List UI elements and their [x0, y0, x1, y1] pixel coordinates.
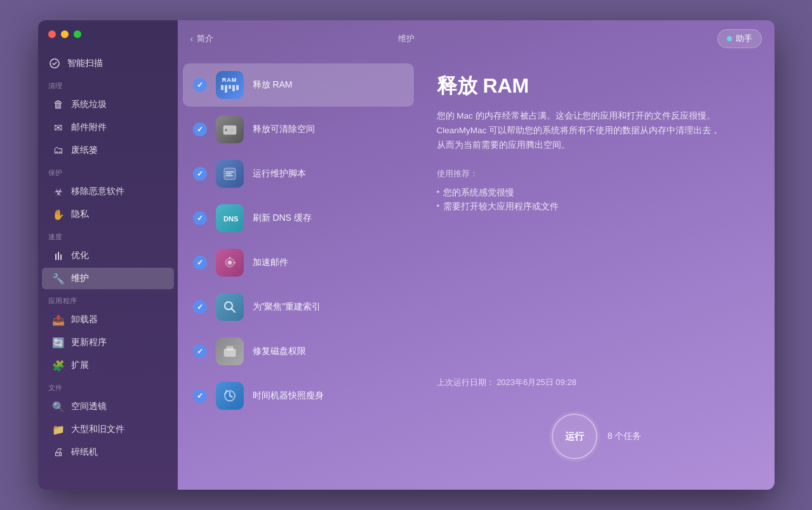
sidebar-item-smart-scan[interactable]: 智能扫描	[38, 52, 178, 75]
section-label-files: 文件	[38, 377, 178, 395]
large-old-files-icon: 📁	[52, 423, 65, 436]
section-label-speed: 速度	[38, 226, 178, 244]
assistant-label: 助手	[736, 33, 752, 44]
sidebar-item-updater[interactable]: 🔄 更新程序	[42, 332, 174, 353]
section-label-apps: 应用程序	[38, 290, 178, 308]
section-title: 维护	[398, 33, 415, 44]
sidebar-item-extensions[interactable]: 🧩 扩展	[42, 355, 174, 376]
assistant-dot-icon	[727, 36, 732, 41]
svg-point-16	[225, 302, 232, 310]
list-item-speed-mail[interactable]: 加速邮件	[183, 241, 414, 284]
trash-label: 废纸篓	[71, 145, 98, 156]
list-item-reindex-spotlight[interactable]: 为"聚焦"重建索引	[183, 285, 414, 329]
list-item-flush-dns[interactable]: DNS 刷新 DNS 缓存	[183, 197, 414, 240]
sidebar-item-optimize[interactable]: 优化	[42, 245, 174, 266]
label-slim-timemachine: 时间机器快照瘦身	[253, 390, 324, 402]
assistant-button[interactable]: 助手	[717, 29, 762, 48]
close-button[interactable]	[48, 30, 56, 38]
svg-text:DNS: DNS	[223, 215, 238, 223]
privacy-icon: ✋	[52, 208, 65, 221]
run-button[interactable]: 运行	[552, 414, 597, 459]
sidebar-item-remove-malware[interactable]: ☣ 移除恶意软件	[42, 181, 174, 202]
bullet-item-2: 需要打开较大应用程序或文件	[437, 200, 757, 214]
bottom-bar: 运行 8 个任务	[437, 403, 757, 474]
app-window: 智能扫描 清理 🗑 系统垃圾 ✉ 邮件附件 🗂 废纸篓 保护 ☣ 移除恶意软件 …	[38, 20, 775, 490]
label-reindex-spotlight: 为"聚焦"重建索引	[253, 301, 321, 313]
minimize-button[interactable]	[61, 30, 69, 38]
uninstaller-label: 卸载器	[71, 314, 98, 325]
section-label-protect: 保护	[38, 162, 178, 180]
sidebar-item-mail-attachments[interactable]: ✉ 邮件附件	[42, 117, 174, 138]
list-item-free-ram[interactable]: RAM 释放 RAM	[183, 63, 414, 107]
icon-free-space	[216, 115, 244, 143]
detail-description: 您的 Mac 的内存经常被占满。这会让您的应用和打开的文件反应很慢。CleanM…	[437, 109, 757, 153]
label-speed-mail: 加速邮件	[253, 257, 288, 268]
main-content: RAM 释放 RAM	[178, 57, 775, 490]
bullet-item-1: 您的系统感觉很慢	[437, 186, 757, 200]
last-run-date: 2023年6月25日 09:28	[496, 377, 576, 387]
optimize-label: 优化	[71, 250, 89, 261]
smart-scan-icon	[48, 57, 61, 70]
sidebar-item-uninstaller[interactable]: 📤 卸载器	[42, 309, 174, 330]
detail-panel: 释放 RAM 您的 Mac 的内存经常被占满。这会让您的应用和打开的文件反应很慢…	[419, 57, 775, 490]
list-item-slim-timemachine[interactable]: 时间机器快照瘦身	[183, 374, 414, 417]
svg-rect-19	[227, 346, 233, 350]
check-reindex-spotlight	[193, 300, 207, 314]
label-free-space: 释放可清除空间	[253, 124, 315, 135]
updater-label: 更新程序	[71, 337, 107, 348]
task-count: 8 个任务	[608, 431, 642, 442]
label-free-ram: 释放 RAM	[253, 79, 293, 91]
svg-rect-6	[229, 129, 234, 131]
breadcrumb-label: 简介	[197, 33, 213, 44]
extensions-icon: 🧩	[52, 359, 65, 372]
space-lens-label: 空间透镜	[71, 401, 107, 412]
svg-line-17	[232, 309, 235, 312]
list-item-repair-permissions[interactable]: 修复磁盘权限	[183, 330, 414, 373]
back-arrow-icon: ‹	[190, 34, 194, 44]
section-label-clean: 清理	[38, 75, 178, 93]
uninstaller-icon: 📤	[52, 313, 65, 326]
main-area: ‹ 简介 维护 助手 RAM	[178, 20, 775, 490]
shredder-icon: 🖨	[52, 446, 65, 459]
icon-slim-timemachine	[216, 382, 244, 410]
check-speed-mail	[193, 256, 207, 270]
sidebar-item-space-lens[interactable]: 🔍 空间透镜	[42, 396, 174, 417]
maintenance-icon: 🔧	[52, 272, 65, 285]
sidebar-item-system-trash[interactable]: 🗑 系统垃圾	[42, 94, 174, 115]
check-free-ram	[193, 78, 207, 92]
privacy-label: 隐私	[71, 209, 89, 220]
maintenance-label: 维护	[71, 273, 89, 284]
space-lens-icon: 🔍	[52, 400, 65, 413]
label-repair-permissions: 修复磁盘权限	[253, 346, 306, 357]
traffic-lights	[48, 30, 81, 38]
sidebar: 智能扫描 清理 🗑 系统垃圾 ✉ 邮件附件 🗂 废纸篓 保护 ☣ 移除恶意软件 …	[38, 20, 178, 490]
breadcrumb[interactable]: ‹ 简介	[190, 33, 214, 44]
detail-title: 释放 RAM	[437, 72, 757, 100]
remove-malware-icon: ☣	[52, 185, 65, 198]
shredder-label: 碎纸机	[71, 447, 98, 458]
list-item-run-scripts[interactable]: 运行维护脚本	[183, 152, 414, 195]
label-run-scripts: 运行维护脚本	[253, 168, 306, 180]
mail-attachments-icon: ✉	[52, 121, 65, 134]
recommendation-label: 使用推荐：	[437, 168, 757, 180]
main-header: ‹ 简介 维护 助手	[178, 20, 775, 57]
icon-run-scripts	[216, 160, 244, 188]
svg-point-13	[228, 261, 232, 265]
sidebar-item-maintenance[interactable]: 🔧 维护	[42, 268, 174, 289]
sidebar-item-privacy[interactable]: ✋ 隐私	[42, 204, 174, 225]
detail-bullets: 您的系统感觉很慢 需要打开较大应用程序或文件	[437, 186, 757, 214]
sidebar-item-shredder[interactable]: 🖨 碎纸机	[42, 441, 174, 463]
extensions-label: 扩展	[71, 360, 89, 371]
check-free-space	[193, 122, 207, 136]
last-run-info: 上次运行日期： 2023年6月25日 09:28	[437, 377, 757, 388]
check-run-scripts	[193, 167, 207, 181]
sidebar-item-large-old-files[interactable]: 📁 大型和旧文件	[42, 419, 174, 440]
remove-malware-label: 移除恶意软件	[71, 186, 124, 197]
check-slim-timemachine	[193, 389, 207, 403]
sidebar-item-trash[interactable]: 🗂 废纸篓	[42, 140, 174, 161]
list-item-free-space[interactable]: 释放可清除空间	[183, 108, 414, 151]
maximize-button[interactable]	[74, 30, 81, 38]
system-trash-icon: 🗑	[52, 98, 65, 111]
last-run-label: 上次运行日期：	[437, 377, 495, 387]
mail-attachments-label: 邮件附件	[71, 122, 107, 133]
